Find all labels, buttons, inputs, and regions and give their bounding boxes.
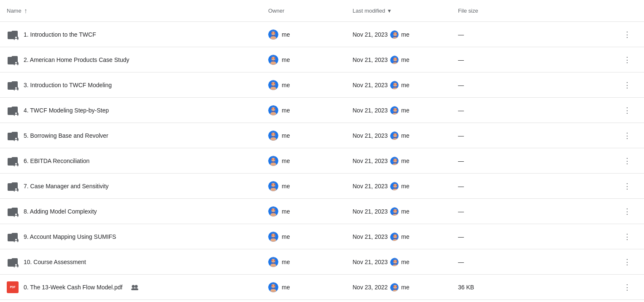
- three-dots-icon: ⋮: [623, 55, 631, 64]
- cell-owner: me: [268, 80, 353, 90]
- avatar: [268, 282, 278, 292]
- file-table: Name ↑ Owner Last modified ▼ File size 1…: [0, 0, 644, 302]
- table-row[interactable]: 7. Case Manager and Sensitivity me Nov 2…: [0, 174, 644, 199]
- svg-point-45: [274, 83, 275, 84]
- svg-point-102: [274, 158, 275, 160]
- cell-size: —: [458, 132, 620, 139]
- modified-by-avatar: [390, 81, 399, 89]
- svg-point-153: [15, 239, 17, 241]
- modified-by-avatar: [390, 258, 399, 266]
- svg-point-128: [393, 184, 395, 186]
- svg-point-91: [396, 134, 397, 135]
- svg-point-26: [274, 57, 275, 59]
- owner-name: me: [282, 31, 290, 38]
- owner-name: me: [282, 183, 290, 190]
- modified-date: Nov 21, 2023: [353, 82, 388, 88]
- owner-name: me: [282, 132, 290, 139]
- table-row[interactable]: 6. EBITDA Reconciliation me Nov 21, 2023: [0, 148, 644, 174]
- more-options-button[interactable]: ⋮: [620, 205, 634, 218]
- cell-owner: me: [268, 232, 353, 242]
- svg-point-129: [396, 184, 397, 186]
- modified-by: me: [401, 233, 409, 240]
- cell-owner: me: [268, 131, 353, 141]
- svg-point-121: [274, 184, 275, 185]
- svg-point-120: [272, 184, 273, 185]
- more-options-button[interactable]: ⋮: [620, 281, 634, 294]
- folder-icon: [7, 79, 19, 91]
- cell-size: —: [458, 183, 620, 190]
- table-row[interactable]: 9. Account Mapping Using SUMIFS me Nov 2…: [0, 224, 644, 249]
- svg-point-185: [393, 260, 395, 262]
- table-row[interactable]: 2. American Home Products Case Study me …: [0, 47, 644, 72]
- svg-point-34: [396, 58, 397, 59]
- header-name[interactable]: Name ↑: [7, 7, 268, 15]
- header-file-size: File size: [458, 8, 620, 14]
- more-options-button[interactable]: ⋮: [620, 28, 634, 41]
- more-options-button[interactable]: ⋮: [620, 53, 634, 67]
- svg-point-206: [396, 286, 397, 287]
- more-options-button[interactable]: ⋮: [620, 104, 634, 117]
- header-name-label: Name: [7, 8, 22, 14]
- cell-size: —: [458, 259, 620, 265]
- pdf-file-icon: PDF: [7, 281, 19, 293]
- svg-point-63: [272, 108, 273, 109]
- more-options-button[interactable]: ⋮: [620, 255, 634, 269]
- svg-point-178: [274, 259, 275, 261]
- svg-point-83: [274, 133, 275, 134]
- cell-owner: me: [268, 156, 353, 166]
- svg-point-166: [393, 235, 395, 236]
- more-options-button[interactable]: ⋮: [620, 230, 634, 243]
- svg-point-140: [274, 209, 275, 210]
- modified-date: Nov 21, 2023: [353, 259, 388, 265]
- cell-size: —: [458, 158, 620, 164]
- svg-point-147: [393, 210, 395, 211]
- table-row[interactable]: 3. Introduction to TWCF Modeling me Nov …: [0, 72, 644, 98]
- file-name: 5. Borrowing Base and Revolver: [24, 132, 108, 139]
- cell-owner: me: [268, 257, 353, 267]
- avatar: [268, 55, 278, 65]
- more-options-button[interactable]: ⋮: [620, 78, 634, 92]
- table-row[interactable]: 5. Borrowing Base and Revolver me Nov 21…: [0, 123, 644, 148]
- avatar: [268, 181, 278, 191]
- modified-date: Nov 21, 2023: [353, 158, 388, 164]
- three-dots-icon: ⋮: [623, 80, 631, 90]
- svg-point-158: [272, 234, 273, 235]
- svg-point-139: [272, 209, 273, 210]
- cell-name: 2. American Home Products Case Study: [7, 54, 268, 66]
- svg-point-7: [274, 32, 275, 33]
- svg-point-25: [272, 57, 273, 59]
- table-body: 1. Introduction to the TWCF me Nov 21, 2…: [0, 22, 644, 300]
- folder-icon: [7, 54, 19, 66]
- svg-point-77: [15, 138, 17, 139]
- owner-name: me: [282, 82, 290, 88]
- header-owner: Owner: [268, 8, 353, 14]
- file-name: 4. TWCF Modeling Step-by-Step: [24, 107, 109, 114]
- table-row[interactable]: 10. Course Assessment me Nov 21, 2023: [0, 249, 644, 275]
- table-row[interactable]: 1. Introduction to the TWCF me Nov 21, 2…: [0, 22, 644, 47]
- table-row[interactable]: PDF 0. The 13-Week Cash Flow Model.pdf m…: [0, 275, 644, 300]
- header-last-modified[interactable]: Last modified ▼: [353, 8, 458, 14]
- svg-point-186: [396, 260, 397, 262]
- three-dots-icon: ⋮: [623, 207, 631, 216]
- table-row[interactable]: 8. Adding Model Complexity me Nov 21, 20…: [0, 199, 644, 224]
- more-options-button[interactable]: ⋮: [620, 154, 634, 168]
- svg-point-71: [393, 109, 395, 110]
- svg-point-193: [134, 288, 138, 290]
- avatar: [268, 80, 278, 90]
- cell-owner: me: [268, 206, 353, 216]
- cell-modified: Nov 21, 2023 me: [353, 30, 458, 39]
- svg-point-167: [396, 235, 397, 236]
- modified-by: me: [401, 82, 409, 88]
- svg-point-33: [393, 58, 395, 59]
- modified-by-avatar: [390, 56, 399, 64]
- table-row[interactable]: 4. TWCF Modeling Step-by-Step me Nov 21,…: [0, 98, 644, 123]
- svg-point-90: [393, 134, 395, 135]
- more-options-button[interactable]: ⋮: [620, 179, 634, 193]
- three-dots-icon: ⋮: [623, 30, 631, 39]
- cell-size: —: [458, 31, 620, 38]
- svg-point-177: [272, 259, 273, 261]
- cell-name: PDF 0. The 13-Week Cash Flow Model.pdf: [7, 281, 268, 293]
- more-options-button[interactable]: ⋮: [620, 129, 634, 142]
- svg-point-159: [274, 234, 275, 235]
- cell-name: 4. TWCF Modeling Step-by-Step: [7, 104, 268, 116]
